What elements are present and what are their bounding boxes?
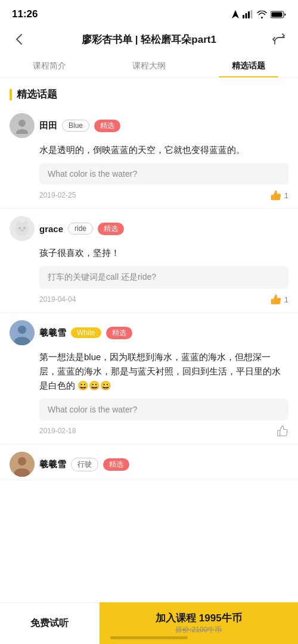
tab-outline[interactable]: 课程大纲: [100, 55, 199, 77]
comment-header: grace ride 精选: [10, 216, 288, 241]
status-bar: 11:26: [0, 0, 298, 26]
comment-header: 羲羲雪 行驶 精选: [10, 452, 288, 477]
svg-point-7: [16, 129, 28, 134]
home-indicator: [110, 636, 188, 639]
status-time: 11:26: [12, 8, 38, 20]
join-course-label: 加入课程 1995牛币: [156, 611, 242, 625]
comment-body: 水是透明的，倒映蓝蓝的天空，它就也变得蓝蓝的。 What color is th…: [39, 143, 288, 201]
avatar: [10, 113, 35, 138]
battery-icon: [271, 11, 286, 18]
svg-rect-5: [272, 12, 283, 17]
svg-rect-3: [251, 10, 253, 18]
comment-footer: 2019-02-18: [39, 425, 288, 437]
free-trial-button[interactable]: 免费试听: [0, 602, 100, 644]
selected-badge: 精选: [94, 120, 120, 132]
like-button[interactable]: [277, 425, 288, 437]
comment-text: 水是透明的，倒映蓝蓝的天空，它就也变得蓝蓝的。: [39, 143, 288, 157]
comment-header: 羲羲雪 White 精选: [10, 320, 288, 345]
username: 羲羲雪: [39, 459, 66, 470]
section-title: 精选话题: [0, 78, 298, 106]
title-bar-decoration: [10, 89, 12, 101]
comment-date: 2019-02-18: [39, 427, 76, 435]
comment-card: 田田 Blue 精选 水是透明的，倒映蓝蓝的天空，它就也变得蓝蓝的。 What …: [0, 106, 298, 209]
selected-badge: 精选: [106, 327, 132, 339]
user-tag: Blue: [62, 120, 89, 132]
original-price-label: 原价:2100牛币: [175, 625, 222, 635]
tab-intro[interactable]: 课程简介: [0, 55, 100, 77]
main-content: 精选话题 田田 Blue 精选 水是透明的，倒映蓝蓝的天空，它就也变得蓝蓝的。 …: [0, 78, 298, 528]
user-tag: 行驶: [71, 458, 98, 471]
username: 田田: [39, 120, 57, 132]
avatar: [10, 216, 35, 241]
comment-header: 田田 Blue 精选: [10, 113, 288, 138]
svg-point-11: [18, 227, 21, 229]
like-count: 1: [284, 295, 288, 304]
like-count: 1: [284, 191, 288, 200]
back-button[interactable]: [10, 30, 29, 49]
comment-body: 孩子很喜欢，坚持！ 打车的关键词是call 还是ride? 2019-04-04…: [39, 246, 288, 305]
svg-rect-1: [246, 13, 247, 18]
location-icon: [232, 10, 239, 18]
tab-bar: 课程简介 课程大纲 精选话题: [0, 55, 298, 78]
svg-point-15: [18, 326, 26, 334]
svg-point-9: [16, 221, 21, 226]
comment-footer: 2019-02-25 1: [39, 189, 288, 201]
comment-date: 2019-02-25: [39, 191, 76, 199]
comment-question: 打车的关键词是call 还是ride?: [39, 266, 288, 289]
svg-rect-0: [243, 15, 244, 18]
comment-card: grace ride 精选 孩子很喜欢，坚持！ 打车的关键词是call 还是ri…: [0, 209, 298, 313]
share-button[interactable]: [269, 30, 288, 49]
username: grace: [39, 224, 63, 234]
comment-date: 2019-04-04: [39, 295, 76, 304]
comment-question: What color is the water?: [39, 163, 288, 185]
header: 廖彩杏书单 | 轻松磨耳朵part1: [0, 26, 298, 55]
like-button[interactable]: 1: [270, 293, 288, 305]
comment-footer: 2019-04-04 1: [39, 293, 288, 305]
tab-topics[interactable]: 精选话题: [198, 55, 298, 77]
comment-question: What color is the water?: [39, 399, 288, 420]
comment-text: 第一想法是blue，因为联想到海水，蓝蓝的海水，但想深一层，蓝蓝的海水，那是与蓝…: [39, 350, 288, 393]
page-title: 廖彩杏书单 | 轻松磨耳朵part1: [29, 33, 269, 46]
comment-body: 第一想法是blue，因为联想到海水，蓝蓝的海水，但想深一层，蓝蓝的海水，那是与蓝…: [39, 350, 288, 437]
wifi-icon: [257, 11, 267, 18]
avatar: [10, 452, 35, 477]
svg-point-13: [20, 229, 24, 232]
comment-card: 羲羲雪 White 精选 第一想法是blue，因为联想到海水，蓝蓝的海水，但想深…: [0, 313, 298, 445]
comment-card: 羲羲雪 行驶 精选: [0, 445, 298, 480]
like-button[interactable]: 1: [270, 189, 288, 201]
selected-badge: 精选: [98, 223, 124, 235]
svg-point-10: [23, 221, 28, 226]
comment-text: 孩子很喜欢，坚持！: [39, 246, 288, 260]
status-icons: [232, 10, 286, 18]
user-tag: ride: [68, 223, 93, 235]
svg-point-12: [23, 227, 26, 229]
selected-badge: 精选: [103, 458, 129, 471]
svg-point-6: [18, 120, 26, 127]
svg-rect-2: [248, 11, 250, 18]
svg-point-18: [18, 457, 26, 465]
username: 羲羲雪: [39, 327, 66, 339]
signal-icon: [243, 10, 253, 18]
avatar: [10, 320, 35, 345]
user-tag: White: [71, 327, 101, 338]
